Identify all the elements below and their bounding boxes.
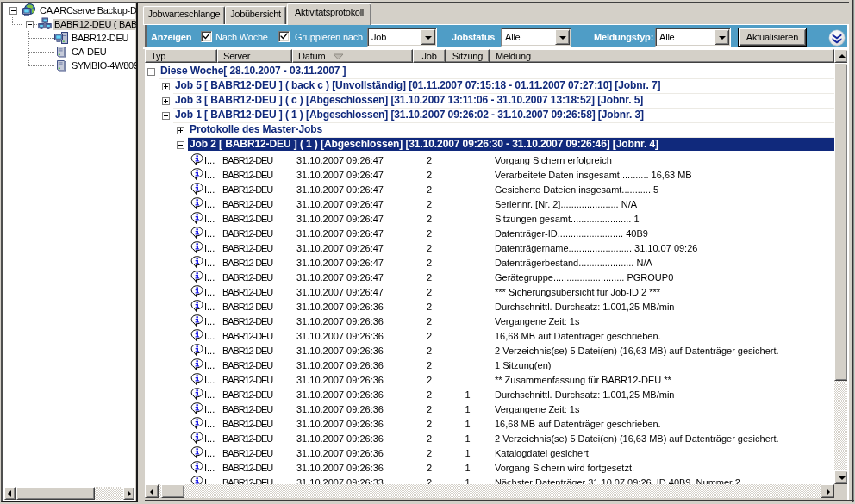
log-group-row[interactable]: Job 3 [ BABR12-DEU ] ( c ) [Abgeschlosse… [145, 94, 834, 109]
log-message-row[interactable]: I...BABR12-DEU31.10.2007 09:26:3621 Sitz… [145, 358, 834, 372]
column-header-server[interactable]: Server [217, 49, 292, 63]
expand-box-icon[interactable] [162, 83, 170, 90]
log-group-row[interactable]: Job 2 [ BABR12-DEU ] ( 1 ) [Abgeschlosse… [145, 138, 834, 152]
cell-sitzung: 1 [446, 447, 490, 459]
log-message-row[interactable]: I...BABR12-DEU31.10.2007 09:26:3622 Verz… [145, 343, 834, 358]
scroll-thumb[interactable] [161, 484, 184, 498]
dropdown-arrow-button[interactable] [715, 29, 729, 45]
column-header-sitzung[interactable]: Sitzung [446, 49, 490, 63]
log-message-row[interactable]: I...BABR12-DEU31.10.2007 09:26:472Datent… [145, 240, 834, 255]
double-chevron-down-icon[interactable] [829, 30, 845, 46]
log-message-row[interactable]: I...BABR12-DEU31.10.2007 09:26:472Gesich… [145, 182, 834, 196]
log-horizontal-scrollbar[interactable] [145, 484, 834, 498]
scroll-thumb[interactable] [834, 63, 848, 381]
column-header-typ[interactable]: Typ [145, 49, 217, 63]
scroll-down-button[interactable] [834, 470, 848, 484]
log-group-row[interactable]: Protokolle des Master-Jobs [145, 123, 834, 138]
tab-jobwarteschlange[interactable]: Jobwarteschlange [143, 6, 225, 24]
log-message-row[interactable]: I...BABR12-DEU31.10.2007 09:26:3621Verga… [145, 401, 834, 416]
log-message-row[interactable]: I...BABR12-DEU31.10.2007 09:26:362116,68… [145, 416, 834, 431]
scroll-left-button[interactable] [145, 484, 159, 498]
tree-horizontal-scrollbar[interactable] [4, 487, 134, 500]
group-row-label[interactable]: Job 1 [ BABR12-DEU ] ( 1 ) [Abgeschlosse… [175, 109, 644, 121]
log-group-row[interactable]: Diese Woche[ 28.10.2007 - 03.11.2007 ] [145, 65, 834, 79]
tree-scroll-thumb[interactable] [16, 487, 95, 500]
checkmark-icon [279, 32, 289, 41]
expand-box-icon[interactable] [162, 97, 170, 105]
collapse-box-icon[interactable] [162, 112, 170, 120]
tree-item-label[interactable]: BABR12-DEU ( BABR [53, 19, 136, 30]
log-message-row[interactable]: I...BABR12-DEU31.10.2007 09:26:472Serien… [145, 196, 834, 211]
jobstatus-select[interactable]: Alle [501, 28, 571, 47]
log-message-row[interactable]: I...BABR12-DEU31.10.2007 09:26:3621Vorga… [145, 460, 834, 475]
cell-typ: I... [204, 432, 220, 445]
collapse-box-icon[interactable] [147, 68, 155, 76]
log-group-row[interactable]: Job 5 [ BABR12-DEU ] ( back c ) [Unvolls… [145, 79, 834, 94]
gruppieren-select[interactable]: Job [367, 28, 437, 47]
scroll-right-button[interactable] [821, 484, 834, 498]
collapse-box-icon[interactable] [26, 21, 34, 28]
dropdown-arrow-button[interactable] [555, 29, 570, 45]
tab-jobübersicht[interactable]: Jobübersicht [225, 6, 286, 24]
log-message-row[interactable]: I...BABR12-DEU31.10.2007 09:26:362Vergan… [145, 314, 834, 328]
column-header-label: Sitzung [452, 51, 483, 61]
cell-job: 2 [413, 286, 446, 298]
log-message-row[interactable]: I...BABR12-DEU31.10.2007 09:26:36216,68 … [145, 328, 834, 343]
scroll-up-button[interactable] [834, 49, 848, 63]
group-row-label[interactable]: Protokolle des Master-Jobs [190, 124, 322, 136]
jobstatus-label: Jobstatus [452, 32, 495, 43]
info-balloon-icon [190, 300, 204, 313]
cell-datum: 31.10.2007 09:26:47 [296, 271, 391, 283]
log-message-row[interactable]: I...BABR12-DEU31.10.2007 09:26:472Vorgan… [145, 152, 834, 167]
cell-server: BABR12-DEU [222, 198, 291, 210]
tree-item-label[interactable]: BABR12-DEU [70, 33, 130, 44]
tree-item-babr12-deu[interactable]: BABR12-DEU [4, 31, 136, 45]
column-header-meldung[interactable]: Meldung [490, 49, 834, 63]
tree-item-label[interactable]: CA ARCserve Backup-D [38, 5, 136, 16]
log-message-row[interactable]: I...BABR12-DEU31.10.2007 09:26:472*** Si… [145, 284, 834, 299]
scroll-track[interactable] [159, 484, 821, 498]
refresh-button[interactable]: Aktualisieren [738, 28, 807, 47]
server-icon [54, 45, 68, 59]
group-row-label[interactable]: Job 3 [ BABR12-DEU ] ( c ) [Abgeschlosse… [175, 95, 643, 107]
group-row-label[interactable]: Job 2 [ BABR12-DEU ] ( 1 ) [Abgeschlosse… [188, 139, 660, 151]
log-message-row[interactable]: I...BABR12-DEU31.10.2007 09:26:472Verarb… [145, 167, 834, 182]
tree-scroll-right-button[interactable] [123, 487, 134, 500]
column-header-job[interactable]: Job [413, 49, 446, 63]
log-message-row[interactable]: I...BABR12-DEU31.10.2007 09:26:472Geräte… [145, 270, 834, 284]
tree-item-ca-deu[interactable]: CA-DEU [4, 45, 136, 59]
log-message-row[interactable]: I...BABR12-DEU31.10.2007 09:26:3321Nächs… [145, 475, 834, 484]
gruppieren-checkbox[interactable] [278, 31, 290, 42]
group-row-label[interactable]: Diese Woche[ 28.10.2007 - 03.11.2007 ] [160, 65, 346, 78]
tab-aktivitätsprotokoll[interactable]: Aktivitätsprotokoll [287, 3, 371, 25]
log-message-row[interactable]: I...BABR12-DEU31.10.2007 09:26:3621Katal… [145, 445, 834, 460]
log-message-row[interactable]: I...BABR12-DEU31.10.2007 09:26:362** Zus… [145, 372, 834, 387]
tree-scroll-left-button[interactable] [4, 487, 16, 500]
tree-item-babr12-deu-babr[interactable]: BABR12-DEU ( BABR [4, 17, 136, 31]
info-balloon-icon [190, 329, 204, 342]
group-row-label[interactable]: Job 5 [ BABR12-DEU ] ( back c ) [Unvolls… [175, 80, 660, 92]
column-header-label: Datum [298, 51, 325, 61]
log-message-row[interactable]: I...BABR12-DEU31.10.2007 09:26:472Datent… [145, 226, 834, 240]
log-message-row[interactable]: I...BABR12-DEU31.10.2007 09:26:472Sitzun… [145, 211, 834, 226]
log-vertical-scrollbar[interactable] [834, 49, 848, 484]
tree-item-label[interactable]: SYMBIO-4W809 [70, 60, 136, 72]
collapse-box-icon[interactable] [177, 141, 184, 149]
cell-datum: 31.10.2007 09:26:47 [296, 184, 391, 196]
tree-item-ca-arcserve-backup-d[interactable]: CA ARCserve Backup-D [4, 3, 136, 17]
dropdown-arrow-button[interactable] [421, 29, 435, 45]
expand-box-icon[interactable] [177, 127, 184, 134]
log-group-row[interactable]: Job 1 [ BABR12-DEU ] ( 1 ) [Abgeschlosse… [145, 109, 834, 123]
tree-item-symbio-4w809[interactable]: SYMBIO-4W809 [4, 59, 136, 72]
info-balloon-icon [190, 197, 204, 210]
tree-item-label[interactable]: CA-DEU [70, 47, 108, 58]
log-message-row[interactable]: I...BABR12-DEU31.10.2007 09:26:3621Durch… [145, 387, 834, 401]
log-message-row[interactable]: I...BABR12-DEU31.10.2007 09:26:362Durchs… [145, 299, 834, 314]
nach-woche-checkbox[interactable] [201, 31, 212, 42]
cell-meldung: Vorgang Sichern wird fortgesetzt. [495, 462, 834, 474]
log-message-row[interactable]: I...BABR12-DEU31.10.2007 09:26:36212 Ver… [145, 431, 834, 445]
log-message-row[interactable]: I...BABR12-DEU31.10.2007 09:26:472Datent… [145, 255, 834, 270]
column-header-datum[interactable]: Datum [292, 49, 413, 63]
collapse-box-icon[interactable] [9, 7, 17, 15]
meldungstyp-select[interactable]: Alle [655, 28, 731, 47]
